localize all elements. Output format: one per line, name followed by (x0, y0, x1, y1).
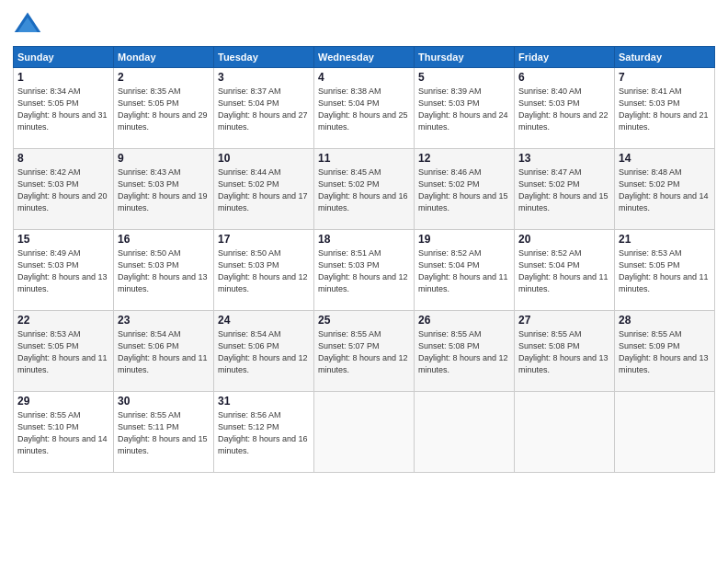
calendar-cell: 19Sunrise: 8:52 AMSunset: 5:04 PMDayligh… (415, 230, 515, 311)
day-number: 16 (118, 233, 210, 246)
weekday-header-monday: Monday (114, 47, 214, 68)
page: SundayMondayTuesdayWednesdayThursdayFrid… (0, 0, 728, 563)
week-row-5: 29Sunrise: 8:55 AMSunset: 5:10 PMDayligh… (14, 392, 715, 473)
calendar-cell (615, 392, 715, 473)
day-info: Sunrise: 8:42 AMSunset: 5:03 PMDaylight:… (17, 167, 109, 214)
header (13, 9, 715, 39)
calendar-cell: 21Sunrise: 8:53 AMSunset: 5:05 PMDayligh… (615, 230, 715, 311)
calendar-cell: 2Sunrise: 8:35 AMSunset: 5:05 PMDaylight… (114, 68, 214, 149)
day-info: Sunrise: 8:53 AMSunset: 5:05 PMDaylight:… (17, 328, 109, 376)
day-number: 27 (518, 314, 610, 327)
day-info: Sunrise: 8:40 AMSunset: 5:03 PMDaylight:… (518, 86, 610, 133)
weekday-header-sunday: Sunday (14, 47, 114, 68)
day-number: 23 (118, 314, 210, 327)
calendar-cell: 28Sunrise: 8:55 AMSunset: 5:09 PMDayligh… (615, 311, 715, 392)
day-number: 11 (318, 152, 410, 165)
day-info: Sunrise: 8:44 AMSunset: 5:02 PMDaylight:… (218, 167, 310, 214)
week-row-4: 22Sunrise: 8:53 AMSunset: 5:05 PMDayligh… (14, 311, 715, 392)
day-info: Sunrise: 8:49 AMSunset: 5:03 PMDaylight:… (17, 247, 109, 295)
day-number: 20 (518, 233, 610, 246)
day-info: Sunrise: 8:38 AMSunset: 5:04 PMDaylight:… (318, 86, 410, 133)
calendar-cell: 3Sunrise: 8:37 AMSunset: 5:04 PMDaylight… (214, 68, 314, 149)
calendar-cell: 24Sunrise: 8:54 AMSunset: 5:06 PMDayligh… (214, 311, 314, 392)
calendar-cell: 11Sunrise: 8:45 AMSunset: 5:02 PMDayligh… (314, 149, 415, 230)
day-info: Sunrise: 8:39 AMSunset: 5:03 PMDaylight:… (418, 86, 510, 133)
calendar-cell: 18Sunrise: 8:51 AMSunset: 5:03 PMDayligh… (314, 230, 415, 311)
day-number: 9 (118, 152, 210, 165)
calendar-table: SundayMondayTuesdayWednesdayThursdayFrid… (13, 46, 715, 473)
day-number: 15 (17, 233, 109, 246)
calendar-cell: 25Sunrise: 8:55 AMSunset: 5:07 PMDayligh… (314, 311, 415, 392)
calendar-cell (314, 392, 415, 473)
day-number: 28 (619, 314, 711, 327)
day-info: Sunrise: 8:55 AMSunset: 5:10 PMDaylight:… (17, 409, 109, 457)
day-info: Sunrise: 8:34 AMSunset: 5:05 PMDaylight:… (17, 86, 109, 133)
day-number: 18 (318, 233, 410, 246)
weekday-header-saturday: Saturday (615, 47, 715, 68)
calendar-cell: 1Sunrise: 8:34 AMSunset: 5:05 PMDaylight… (14, 68, 114, 149)
day-number: 13 (518, 152, 610, 165)
day-number: 24 (218, 314, 310, 327)
calendar-cell: 15Sunrise: 8:49 AMSunset: 5:03 PMDayligh… (14, 230, 114, 311)
calendar-cell: 23Sunrise: 8:54 AMSunset: 5:06 PMDayligh… (114, 311, 214, 392)
calendar-cell: 20Sunrise: 8:52 AMSunset: 5:04 PMDayligh… (515, 230, 615, 311)
calendar-cell: 26Sunrise: 8:55 AMSunset: 5:08 PMDayligh… (415, 311, 515, 392)
calendar-header-row: SundayMondayTuesdayWednesdayThursdayFrid… (14, 47, 715, 68)
day-info: Sunrise: 8:52 AMSunset: 5:04 PMDaylight:… (518, 247, 610, 295)
day-info: Sunrise: 8:55 AMSunset: 5:09 PMDaylight:… (619, 328, 711, 376)
day-info: Sunrise: 8:55 AMSunset: 5:11 PMDaylight:… (118, 409, 210, 457)
day-info: Sunrise: 8:37 AMSunset: 5:04 PMDaylight:… (218, 86, 310, 133)
day-number: 7 (619, 71, 711, 84)
day-number: 19 (418, 233, 510, 246)
day-info: Sunrise: 8:56 AMSunset: 5:12 PMDaylight:… (218, 409, 310, 457)
day-number: 26 (418, 314, 510, 327)
calendar-cell: 9Sunrise: 8:43 AMSunset: 5:03 PMDaylight… (114, 149, 214, 230)
logo (13, 9, 46, 39)
day-info: Sunrise: 8:53 AMSunset: 5:05 PMDaylight:… (619, 247, 711, 295)
day-info: Sunrise: 8:55 AMSunset: 5:08 PMDaylight:… (418, 328, 510, 376)
day-info: Sunrise: 8:50 AMSunset: 5:03 PMDaylight:… (118, 247, 210, 295)
day-number: 31 (218, 395, 310, 408)
day-number: 21 (619, 233, 711, 246)
day-number: 22 (17, 314, 109, 327)
day-info: Sunrise: 8:48 AMSunset: 5:02 PMDaylight:… (619, 167, 711, 214)
day-info: Sunrise: 8:52 AMSunset: 5:04 PMDaylight:… (418, 247, 510, 295)
calendar-cell: 27Sunrise: 8:55 AMSunset: 5:08 PMDayligh… (515, 311, 615, 392)
calendar-body: 1Sunrise: 8:34 AMSunset: 5:05 PMDaylight… (14, 68, 715, 473)
calendar-cell: 29Sunrise: 8:55 AMSunset: 5:10 PMDayligh… (14, 392, 114, 473)
day-number: 8 (17, 152, 109, 165)
day-number: 10 (218, 152, 310, 165)
calendar-cell: 17Sunrise: 8:50 AMSunset: 5:03 PMDayligh… (214, 230, 314, 311)
calendar-cell: 12Sunrise: 8:46 AMSunset: 5:02 PMDayligh… (415, 149, 515, 230)
weekday-header-friday: Friday (515, 47, 615, 68)
calendar-cell: 16Sunrise: 8:50 AMSunset: 5:03 PMDayligh… (114, 230, 214, 311)
calendar-cell (515, 392, 615, 473)
day-info: Sunrise: 8:45 AMSunset: 5:02 PMDaylight:… (318, 167, 410, 214)
calendar-cell: 14Sunrise: 8:48 AMSunset: 5:02 PMDayligh… (615, 149, 715, 230)
week-row-3: 15Sunrise: 8:49 AMSunset: 5:03 PMDayligh… (14, 230, 715, 311)
weekday-header-wednesday: Wednesday (314, 47, 415, 68)
day-number: 6 (518, 71, 610, 84)
calendar-cell: 30Sunrise: 8:55 AMSunset: 5:11 PMDayligh… (114, 392, 214, 473)
day-info: Sunrise: 8:46 AMSunset: 5:02 PMDaylight:… (418, 167, 510, 214)
day-info: Sunrise: 8:55 AMSunset: 5:07 PMDaylight:… (318, 328, 410, 376)
day-number: 17 (218, 233, 310, 246)
calendar-cell: 31Sunrise: 8:56 AMSunset: 5:12 PMDayligh… (214, 392, 314, 473)
day-info: Sunrise: 8:43 AMSunset: 5:03 PMDaylight:… (118, 167, 210, 214)
day-info: Sunrise: 8:35 AMSunset: 5:05 PMDaylight:… (118, 86, 210, 133)
day-number: 29 (17, 395, 109, 408)
day-info: Sunrise: 8:51 AMSunset: 5:03 PMDaylight:… (318, 247, 410, 295)
week-row-2: 8Sunrise: 8:42 AMSunset: 5:03 PMDaylight… (14, 149, 715, 230)
weekday-header-tuesday: Tuesday (214, 47, 314, 68)
calendar-cell: 10Sunrise: 8:44 AMSunset: 5:02 PMDayligh… (214, 149, 314, 230)
day-info: Sunrise: 8:54 AMSunset: 5:06 PMDaylight:… (218, 328, 310, 376)
calendar-cell (415, 392, 515, 473)
day-number: 14 (619, 152, 711, 165)
day-number: 1 (17, 71, 109, 84)
week-row-1: 1Sunrise: 8:34 AMSunset: 5:05 PMDaylight… (14, 68, 715, 149)
day-number: 25 (318, 314, 410, 327)
day-number: 30 (118, 395, 210, 408)
day-number: 3 (218, 71, 310, 84)
day-number: 2 (118, 71, 210, 84)
day-number: 5 (418, 71, 510, 84)
